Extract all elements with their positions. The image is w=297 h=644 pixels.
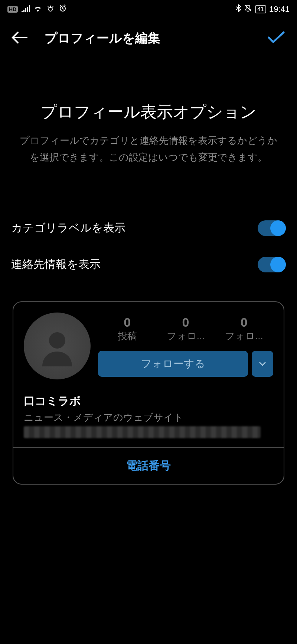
account-name: 口コミラボ [24,394,273,409]
account-bio-redacted [24,426,261,438]
battery-icon: 41 [255,5,266,13]
stat-count: 0 [156,315,215,330]
svg-point-0 [49,7,52,11]
toggle-row-contact: 連絡先情報を表示 [11,246,286,283]
phone-button[interactable]: 電話番号 [13,448,284,484]
status-bar: HD 41 19:41 [0,0,297,19]
section-title: プロフィール表示オプション [11,99,286,125]
signal-icon [22,4,30,14]
eye-icon [46,4,55,14]
wifi-icon [33,4,42,14]
mute-icon [244,4,252,14]
more-button[interactable] [252,351,273,377]
back-button[interactable] [11,31,30,46]
category-toggle[interactable] [258,220,286,236]
stats-row: 0 投稿 0 フォロ... 0 フォロ... [98,315,273,343]
confirm-button[interactable] [267,31,286,46]
stat-label: フォロ... [156,330,215,343]
stat-label: フォロ... [215,330,273,343]
stat-followers: 0 フォロ... [156,315,215,343]
stat-count: 0 [98,315,156,330]
account-category: ニュース・メディアのウェブサイト [24,411,273,424]
avatar [24,313,91,379]
profile-preview-card: 0 投稿 0 フォロ... 0 フォロ... フォローする [13,301,284,485]
toggle-label: カテゴリラベルを表示 [11,220,125,236]
toggles-group: カテゴリラベルを表示 連絡先情報を表示 [11,210,286,283]
stat-count: 0 [215,315,273,330]
preview-top: 0 投稿 0 フォロ... 0 フォロ... フォローする [13,302,284,390]
section-description: プロフィールでカテゴリと連絡先情報を表示するかどうかを選択できます。この設定はい… [11,132,286,165]
header: プロフィールを編集 [0,19,297,54]
contact-toggle[interactable] [258,257,286,272]
main-content: プロフィール表示オプション プロフィールでカテゴリと連絡先情報を表示するかどうか… [0,54,297,485]
toggle-knob [270,220,286,236]
follow-row: フォローする [98,351,273,377]
hd-icon: HD [7,6,18,13]
status-left: HD [7,4,67,14]
preview-right: 0 投稿 0 フォロ... 0 フォロ... フォローする [98,313,273,379]
toggle-label: 連絡先情報を表示 [11,257,101,272]
bluetooth-icon [236,4,241,14]
toggle-knob [270,257,286,272]
stat-label: 投稿 [98,330,156,343]
stat-posts: 0 投稿 [98,315,156,343]
svg-point-2 [49,332,65,349]
stat-following: 0 フォロ... [215,315,273,343]
alarm-icon [59,4,67,14]
toggle-row-category: カテゴリラベルを表示 [11,210,286,246]
clock-text: 19:41 [269,4,290,14]
status-right: 41 19:41 [236,4,290,14]
header-title: プロフィールを編集 [30,30,267,47]
follow-button[interactable]: フォローする [98,351,248,377]
preview-info: 口コミラボ ニュース・メディアのウェブサイト [13,390,284,447]
